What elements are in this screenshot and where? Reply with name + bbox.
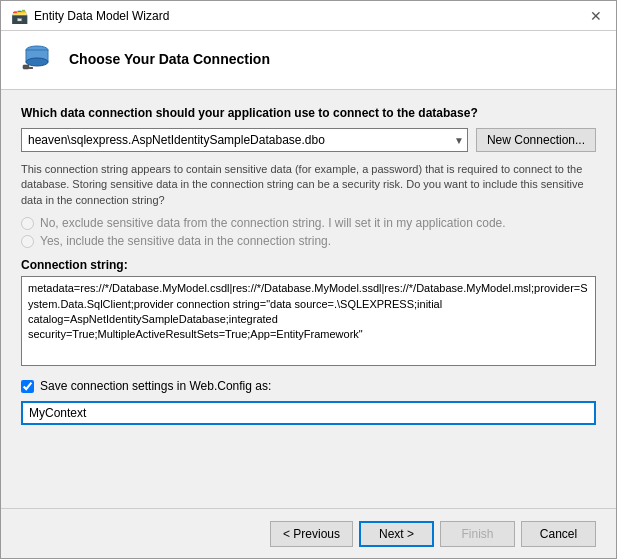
close-button[interactable]: ✕ <box>586 9 606 23</box>
radio-item-yes: Yes, include the sensitive data in the c… <box>21 234 596 248</box>
cancel-button[interactable]: Cancel <box>521 521 596 547</box>
context-name-input[interactable] <box>21 401 596 425</box>
radio-no[interactable] <box>21 217 34 230</box>
title-bar: 🗃️ Entity Data Model Wizard ✕ <box>1 1 616 31</box>
save-checkbox-label: Save connection settings in Web.Config a… <box>40 379 271 393</box>
connection-dropdown[interactable]: heaven\sqlexpress.AspNetIdentitySampleDa… <box>21 128 468 152</box>
dialog-title: Entity Data Model Wizard <box>34 9 169 23</box>
new-connection-button[interactable]: New Connection... <box>476 128 596 152</box>
database-icon <box>21 43 53 75</box>
svg-point-2 <box>26 58 48 66</box>
radio-item-no: No, exclude sensitive data from the conn… <box>21 216 596 230</box>
next-button[interactable]: Next > <box>359 521 434 547</box>
header-icon-area <box>21 43 53 75</box>
conn-string-label: Connection string: <box>21 258 596 272</box>
sensitive-note: This connection string appears to contai… <box>21 162 596 208</box>
radio-no-label: No, exclude sensitive data from the conn… <box>40 216 506 230</box>
connection-dropdown-wrapper: heaven\sqlexpress.AspNetIdentitySampleDa… <box>21 128 468 152</box>
footer: < Previous Next > Finish Cancel <box>1 508 616 558</box>
title-bar-left: 🗃️ Entity Data Model Wizard <box>11 8 169 24</box>
connection-string-textarea[interactable]: metadata=res://*/Database.MyModel.csdl|r… <box>21 276 596 366</box>
app-icon: 🗃️ <box>11 8 28 24</box>
svg-rect-4 <box>29 67 33 69</box>
radio-yes[interactable] <box>21 235 34 248</box>
radio-group: No, exclude sensitive data from the conn… <box>21 216 596 248</box>
header-section: Choose Your Data Connection <box>1 31 616 90</box>
svg-rect-3 <box>23 65 29 69</box>
finish-button[interactable]: Finish <box>440 521 515 547</box>
radio-yes-label: Yes, include the sensitive data in the c… <box>40 234 331 248</box>
connection-row: heaven\sqlexpress.AspNetIdentitySampleDa… <box>21 128 596 152</box>
header-title: Choose Your Data Connection <box>69 51 270 67</box>
main-content: Which data connection should your applic… <box>1 90 616 508</box>
save-checkbox[interactable] <box>21 380 34 393</box>
dialog-window: 🗃️ Entity Data Model Wizard ✕ Choose You… <box>0 0 617 559</box>
question-label: Which data connection should your applic… <box>21 106 596 120</box>
save-checkbox-row: Save connection settings in Web.Config a… <box>21 379 596 393</box>
previous-button[interactable]: < Previous <box>270 521 353 547</box>
